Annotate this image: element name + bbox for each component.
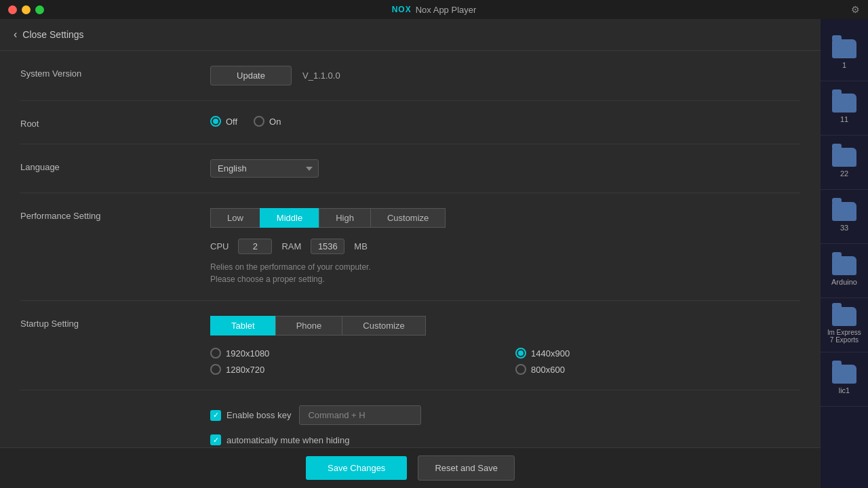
folder-icon — [832, 202, 856, 221]
startup-control: Tablet Phone Customize 1920x1080 1440x90… — [210, 316, 800, 375]
minimize-button[interactable] — [22, 5, 31, 14]
boss-key-control: ✓ Enable boss key ✓ automatically mute w… — [210, 405, 800, 445]
startup-row: Startup Setting Tablet Phone Customize 1… — [20, 301, 800, 390]
close-button[interactable] — [8, 5, 17, 14]
back-arrow-icon[interactable]: ‹ — [14, 28, 17, 41]
root-row: Root Off On — [20, 101, 800, 144]
root-off-radio[interactable] — [210, 116, 221, 127]
res-1440-label: 1440x900 — [531, 348, 570, 359]
root-off-label: Off — [226, 117, 237, 127]
root-on-radio[interactable] — [254, 116, 264, 127]
sidebar-item-1[interactable]: 1 — [821, 27, 868, 81]
boss-key-checkbox[interactable]: ✓ — [210, 410, 221, 421]
title-bar-text: NOX Nox App Player — [392, 5, 477, 15]
sidebar-item-3[interactable]: 22 — [821, 136, 868, 190]
folder-icon — [832, 94, 856, 113]
update-button[interactable]: Update — [210, 66, 292, 85]
perf-high-button[interactable]: High — [319, 208, 370, 228]
page-title: Close Settings — [22, 29, 83, 40]
reset-and-save-button[interactable]: Reset and Save — [418, 455, 515, 481]
root-control: Off On — [210, 116, 800, 127]
sidebar-item-label: lic1 — [839, 386, 850, 394]
auto-mute-text: automatically mute when hiding — [226, 435, 349, 445]
folder-icon — [832, 307, 856, 326]
system-version-control: Update V_1.1.0.0 — [210, 66, 800, 85]
language-row: Language English Chinese Japanese Korean — [20, 144, 800, 193]
app-title: Nox App Player — [416, 5, 477, 15]
settings-header: ‹ Close Settings — [0, 19, 821, 51]
sidebar-item-label: 1 — [842, 61, 846, 69]
startup-label: Startup Setting — [20, 316, 210, 329]
sidebar-item-5[interactable]: Arduino — [821, 244, 868, 298]
save-changes-button[interactable]: Save Changes — [306, 456, 407, 480]
startup-buttons: Tablet Phone Customize — [210, 316, 800, 336]
window-controls[interactable] — [8, 5, 44, 14]
system-version-label: System Version — [20, 66, 210, 79]
sidebar-item-label: 11 — [840, 115, 848, 123]
ram-input[interactable] — [311, 239, 344, 254]
res-1920-option[interactable]: 1920x1080 — [210, 348, 495, 359]
sidebar-item-label: 22 — [840, 169, 848, 178]
folder-icon — [832, 39, 856, 58]
language-label: Language — [20, 159, 210, 172]
sidebar-item-label: lm Express7 Exports — [827, 329, 861, 344]
perf-low-button[interactable]: Low — [210, 208, 260, 228]
performance-info: CPU RAM MB — [210, 239, 800, 254]
system-version-row: System Version Update V_1.1.0.0 — [20, 51, 800, 101]
sidebar-item-4[interactable]: 33 — [821, 190, 868, 244]
sidebar-item-2[interactable]: 11 — [821, 81, 868, 136]
sidebar-item-7[interactable]: lic1 — [821, 352, 868, 407]
performance-control: Low Middle High Customize CPU RAM MB Rel… — [210, 208, 800, 285]
res-1920-label: 1920x1080 — [226, 348, 269, 359]
gear-icon[interactable]: ⚙ — [851, 4, 860, 15]
res-1440-option[interactable]: 1440x900 — [515, 348, 800, 359]
res-1440-radio[interactable] — [515, 348, 526, 359]
perf-customize-button[interactable]: Customize — [370, 208, 446, 228]
performance-buttons: Low Middle High Customize — [210, 208, 800, 228]
footer: Save Changes Reset and Save — [0, 447, 821, 488]
res-1280-option[interactable]: 868x488 — [210, 364, 495, 375]
startup-phone-button[interactable]: Phone — [275, 316, 342, 336]
sidebar-item-6[interactable]: lm Express7 Exports — [821, 298, 868, 352]
language-control: English Chinese Japanese Korean — [210, 159, 800, 178]
cpu-input[interactable] — [238, 239, 272, 254]
titlebar: NOX Nox App Player ⚙ — [0, 0, 868, 19]
res-1920-radio[interactable] — [210, 348, 221, 359]
sidebar-item-label: 33 — [840, 224, 848, 232]
cpu-label: CPU — [210, 241, 229, 251]
version-text: V_1.1.0.0 — [302, 70, 340, 81]
settings-body: System Version Update V_1.1.0.0 Root Off — [0, 51, 821, 488]
language-select[interactable]: English Chinese Japanese Korean — [210, 159, 319, 178]
startup-customize-button[interactable]: Customize — [342, 316, 425, 336]
resolution-grid: 1920x1080 1440x900 868x488 800x600 — [210, 348, 800, 375]
res-800-label: 800x600 — [531, 365, 565, 375]
folder-icon — [832, 365, 856, 384]
app-logo: NOX — [392, 5, 412, 14]
folder-icon — [832, 256, 856, 275]
boss-key-label: Enable boss key — [226, 410, 291, 420]
folder-icon — [832, 148, 856, 167]
auto-mute-checkbox[interactable]: ✓ — [210, 434, 221, 445]
auto-mute-label[interactable]: ✓ automatically mute when hiding — [210, 434, 800, 445]
root-label: Root — [20, 116, 210, 129]
root-on-option[interactable]: On — [254, 116, 281, 127]
boss-key-checkbox-label[interactable]: ✓ Enable boss key — [210, 410, 291, 421]
perf-middle-button[interactable]: Middle — [260, 208, 319, 228]
performance-row: Performance Setting Low Middle High Cust… — [20, 193, 800, 301]
res-800-radio[interactable] — [515, 364, 526, 375]
root-off-option[interactable]: Off — [210, 116, 237, 127]
performance-label: Performance Setting — [20, 208, 210, 221]
perf-hint: Relies on the performance of your comput… — [210, 261, 800, 285]
boss-key-input[interactable] — [299, 405, 421, 425]
startup-tablet-button[interactable]: Tablet — [210, 316, 275, 336]
root-on-label: On — [269, 117, 281, 127]
res-1280-radio[interactable] — [210, 364, 221, 375]
sidebar-item-label: Arduino — [831, 278, 857, 286]
maximize-button[interactable] — [35, 5, 44, 14]
root-radio-group: Off On — [210, 116, 800, 127]
ram-unit: MB — [354, 241, 368, 251]
boss-key-section-label — [20, 405, 210, 408]
sidebar-right: 1 11 22 33 Arduino lm Express7 Exports l… — [821, 0, 868, 488]
main-content: ‹ Close Settings System Version Update V… — [0, 19, 821, 488]
res-800-option[interactable]: 800x600 — [515, 364, 800, 375]
